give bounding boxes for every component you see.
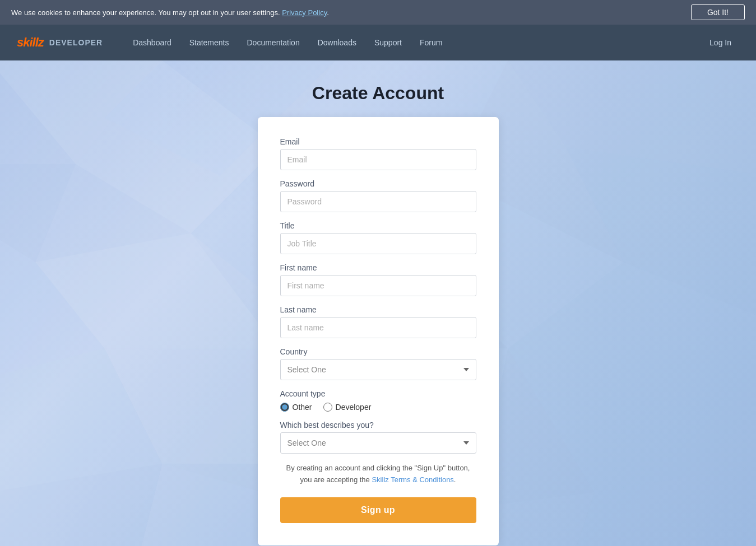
nav-links: Dashboard Statements Documentation Downl…: [125, 34, 702, 52]
privacy-policy-link[interactable]: Privacy Policy: [282, 8, 327, 17]
svg-marker-5: [508, 60, 756, 176]
cookie-message: We use cookies to enhance your experienc…: [11, 8, 280, 17]
lastname-input[interactable]: [280, 317, 476, 338]
nav-documentation[interactable]: Documentation: [239, 34, 308, 52]
terms-line-2: you are accepting the: [300, 475, 370, 484]
firstname-input[interactable]: [280, 275, 476, 296]
developer-label: DEVELOPER: [49, 38, 103, 47]
svg-marker-19: [565, 464, 756, 546]
account-type-label: Account type: [280, 389, 476, 398]
nav-dashboard[interactable]: Dashboard: [125, 34, 179, 52]
email-input[interactable]: [280, 149, 476, 170]
main-content: Create Account Email Password Title Firs…: [0, 60, 756, 546]
email-group: Email: [280, 137, 476, 170]
email-label: Email: [280, 137, 476, 146]
country-label: Country: [280, 347, 476, 356]
terms-text: By creating an account and clicking the …: [280, 463, 476, 486]
page-title: Create Account: [312, 83, 444, 104]
password-input[interactable]: [280, 191, 476, 212]
brand-logo[interactable]: skillz DEVELOPER: [17, 35, 103, 50]
create-account-form-card: Email Password Title First name Last nam…: [258, 117, 499, 545]
firstname-group: First name: [280, 263, 476, 296]
radio-other[interactable]: [280, 403, 289, 412]
skillz-logo-text: skillz: [17, 35, 44, 50]
signup-button[interactable]: Sign up: [280, 497, 476, 523]
terms-line-1: By creating an account and clicking the …: [286, 464, 470, 472]
navbar: skillz DEVELOPER Dashboard Statements Do…: [0, 25, 756, 60]
title-group: Title: [280, 221, 476, 254]
describes-group: Which best describes you? Select One: [280, 421, 476, 454]
nav-support[interactable]: Support: [367, 34, 410, 52]
password-label: Password: [280, 179, 476, 188]
country-select[interactable]: Select One: [280, 359, 476, 380]
svg-marker-7: [35, 234, 277, 349]
lastname-label: Last name: [280, 305, 476, 314]
nav-downloads[interactable]: Downloads: [310, 34, 364, 52]
title-label: Title: [280, 221, 476, 230]
lastname-group: Last name: [280, 305, 476, 338]
svg-marker-6: [0, 234, 105, 377]
svg-marker-11: [0, 348, 162, 492]
password-group: Password: [280, 179, 476, 212]
firstname-label: First name: [280, 263, 476, 272]
describes-select[interactable]: Select One: [280, 432, 476, 454]
radio-developer-label[interactable]: Developer: [323, 403, 372, 412]
nav-statements[interactable]: Statements: [182, 34, 237, 52]
svg-marker-10: [565, 147, 756, 320]
terms-link[interactable]: Skillz Terms & Conditions: [372, 475, 453, 484]
terms-end: .: [454, 475, 456, 484]
nav-forum[interactable]: Forum: [412, 34, 450, 52]
got-it-button[interactable]: Got It!: [691, 4, 745, 20]
cookie-banner: We use cookies to enhance your experienc…: [0, 0, 756, 25]
svg-marker-16: [0, 464, 162, 546]
svg-marker-0: [0, 60, 162, 164]
describes-label: Which best describes you?: [280, 421, 476, 430]
radio-group: Other Developer: [280, 403, 476, 412]
svg-marker-15: [508, 262, 756, 492]
radio-developer-text: Developer: [336, 403, 372, 412]
svg-marker-3: [76, 60, 277, 234]
radio-other-text: Other: [293, 403, 312, 412]
cookie-text: We use cookies to enhance your experienc…: [11, 8, 680, 17]
radio-developer[interactable]: [323, 403, 332, 412]
radio-other-label[interactable]: Other: [280, 403, 312, 412]
job-title-input[interactable]: [280, 233, 476, 254]
account-type-section: Account type Other Developer: [280, 389, 476, 412]
svg-marker-2: [0, 164, 76, 262]
login-link[interactable]: Log In: [702, 34, 739, 52]
country-group: Country Select One: [280, 347, 476, 380]
